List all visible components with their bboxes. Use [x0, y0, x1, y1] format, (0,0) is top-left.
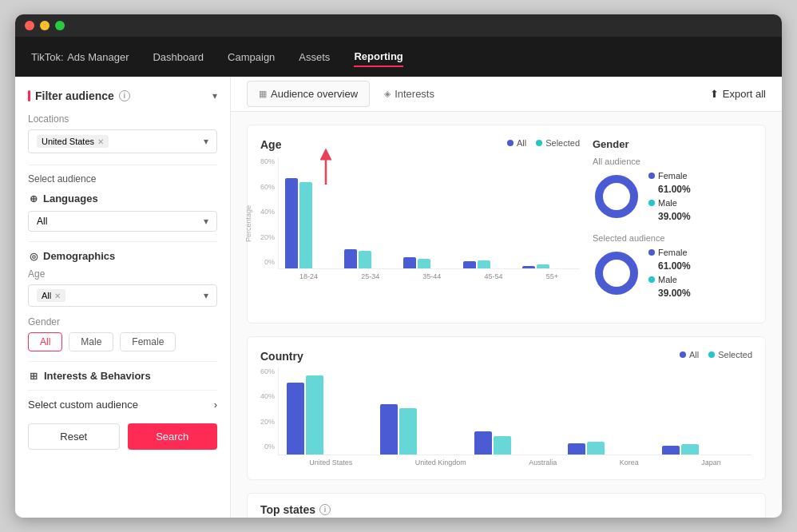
- title-bar: [15, 14, 782, 37]
- country-jp-sel: [681, 444, 699, 455]
- age-value: All: [42, 291, 51, 300]
- languages-label: Languages: [43, 193, 98, 204]
- all-audience-block: All audience: [593, 157, 752, 222]
- gender-chart-title: Gender: [593, 138, 752, 150]
- logo-text: TikTok:: [31, 51, 64, 63]
- filter-info-icon[interactable]: i: [119, 90, 130, 101]
- country-uk-sel: [399, 408, 417, 455]
- country-bar-au: [474, 431, 557, 455]
- custom-audience-chevron: ›: [214, 399, 217, 411]
- country-bar-jp: [662, 444, 744, 455]
- logo: TikTok: Ads Manager: [31, 50, 129, 64]
- divider-3: [28, 361, 217, 362]
- y-label-20: 20%: [260, 233, 275, 241]
- country-label-jp: Japan: [701, 459, 721, 466]
- custom-audience-row[interactable]: Select custom audience ›: [28, 399, 217, 411]
- gender-female-btn[interactable]: Female: [120, 332, 176, 351]
- tab-interests[interactable]: ◈ Interests: [373, 81, 446, 107]
- country-y-axis: 60% 40% 20% 0%: [260, 367, 275, 466]
- age-x-labels: 18-24 25-34 35-44 45-54 55+: [278, 272, 580, 280]
- tab-audience-overview[interactable]: ▦ Audience overview: [247, 81, 370, 107]
- locations-select[interactable]: United States ✕ ▾: [28, 129, 217, 153]
- svg-point-7: [605, 262, 628, 284]
- demographics-icon: ◎: [28, 251, 39, 262]
- export-button[interactable]: ⬆ Export all: [710, 88, 766, 100]
- country-chart-title: Country: [260, 350, 303, 363]
- selected-audience-label: Selected audience: [593, 233, 752, 243]
- country-bar-uk: [380, 404, 462, 455]
- country-au-all: [474, 431, 492, 455]
- nav-reporting[interactable]: Reporting: [354, 47, 402, 67]
- age-bar-25-34: [344, 249, 395, 268]
- all-female-dot: [648, 173, 655, 179]
- country-legend-all-label: All: [689, 350, 699, 359]
- age-bar-45-54: [463, 260, 514, 268]
- age-bar-35-44-all: [403, 257, 416, 268]
- all-audience-label: All audience: [593, 157, 752, 166]
- top-states-info-icon[interactable]: i: [319, 504, 331, 515]
- divider-2: [28, 241, 217, 242]
- divider-4: [28, 390, 217, 391]
- location-remove-icon[interactable]: ✕: [97, 137, 104, 146]
- tab-chart-icon: ▦: [259, 89, 267, 99]
- filter-title: Filter audience i: [28, 89, 130, 102]
- sidebar: Filter audience i ▾ Locations United Sta…: [15, 77, 231, 518]
- legend-all: All: [507, 138, 526, 148]
- legend-all-label: All: [517, 138, 526, 148]
- filter-label: Filter audience: [35, 89, 114, 102]
- minimize-dot[interactable]: [40, 21, 50, 30]
- search-button[interactable]: Search: [128, 423, 218, 450]
- logo-sub: Ads Manager: [67, 51, 129, 63]
- age-bar-18-24-sel: [299, 182, 312, 268]
- interests-expand-icon[interactable]: ⊞: [28, 371, 39, 382]
- age-remove-icon[interactable]: ✕: [54, 292, 61, 300]
- arrow-annotation: [316, 146, 335, 189]
- country-x-labels: United States United Kingdom Australia K…: [278, 459, 752, 466]
- nav-dashboard[interactable]: Dashboard: [153, 48, 204, 66]
- reset-button[interactable]: Reset: [28, 423, 120, 450]
- location-value: United States: [42, 137, 94, 146]
- sel-male-dot: [648, 276, 655, 283]
- age-bar-55-sel: [537, 264, 549, 268]
- age-bar-45-54-all: [463, 261, 476, 268]
- country-kr-all: [568, 443, 585, 455]
- y-label-40: 40%: [260, 208, 275, 216]
- age-select[interactable]: All ✕ ▾: [28, 284, 217, 307]
- all-male-dot: [648, 200, 655, 206]
- country-legend: All Selected: [680, 350, 752, 359]
- close-dot[interactable]: [25, 21, 34, 30]
- country-legend-selected: Selected: [708, 350, 752, 359]
- gender-label: Gender: [28, 316, 217, 328]
- languages-section-title: ⊕ Languages: [28, 193, 217, 204]
- country-bars: [278, 367, 752, 455]
- maximize-dot[interactable]: [55, 21, 65, 30]
- nav-assets[interactable]: Assets: [299, 48, 330, 66]
- gender-male-btn[interactable]: Male: [69, 332, 113, 351]
- country-legend-sel-dot: [708, 351, 715, 358]
- filter-header: Filter audience i ▾: [28, 89, 217, 102]
- age-y-axis-label: Percentage: [244, 205, 252, 242]
- svg-point-4: [605, 185, 628, 208]
- age-bar-55-all: [522, 266, 535, 268]
- country-bar-us: [287, 375, 369, 455]
- age-gender-section: Age All Selected: [247, 125, 766, 324]
- export-label: Export all: [723, 88, 766, 100]
- nav-campaign[interactable]: Campaign: [228, 48, 275, 66]
- tab-audience-label: Audience overview: [271, 88, 358, 100]
- languages-chevron: ▾: [204, 216, 208, 227]
- selected-audience-labels: Female 61.00% Male 39.00%: [648, 248, 691, 299]
- country-label-kr: Korea: [620, 459, 639, 466]
- sel-female-label: Female: [648, 248, 691, 257]
- filter-collapse-icon[interactable]: ▾: [212, 90, 217, 101]
- sel-female-dot: [648, 249, 655, 256]
- gender-all-btn[interactable]: All: [28, 332, 62, 351]
- country-us-all: [287, 383, 304, 455]
- age-chevron: ▾: [204, 290, 208, 301]
- country-legend-all-dot: [680, 351, 686, 358]
- gender-buttons: All Male Female: [28, 332, 217, 351]
- languages-select[interactable]: All ▾: [28, 211, 217, 232]
- country-label-uk: United Kingdom: [415, 459, 466, 466]
- age-label-55: 55+: [546, 272, 558, 280]
- country-kr-sel: [587, 442, 605, 455]
- gender-chart: Gender All audience: [593, 138, 752, 310]
